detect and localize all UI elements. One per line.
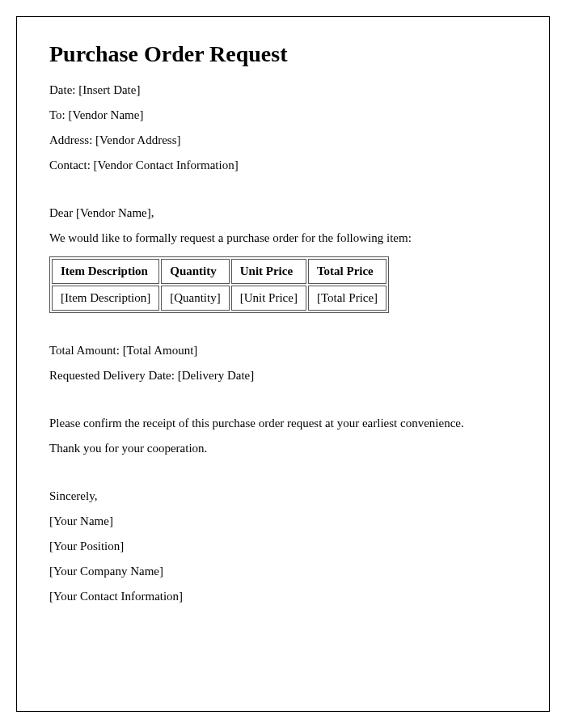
total-amount-label: Total Amount: (49, 344, 120, 357)
sincerely: Sincerely, (49, 489, 517, 503)
table-header-row: Item Description Quantity Unit Price Tot… (52, 259, 386, 284)
to-label: To: (49, 108, 65, 121)
contact-label: Contact: (49, 159, 91, 171)
document-title: Purchase Order Request (49, 41, 517, 67)
col-total: Total Price (308, 259, 386, 284)
col-qty: Quantity (161, 259, 229, 284)
contact-line: Contact: [Vendor Contact Information] (49, 159, 517, 172)
sig-name: [Your Name] (49, 514, 517, 528)
delivery-date-line: Requested Delivery Date: [Delivery Date] (49, 369, 517, 383)
sig-position: [Your Position] (49, 540, 517, 553)
table-row: [Item Description] [Quantity] [Unit Pric… (52, 286, 386, 311)
thanks-text: Thank you for your cooperation. (49, 442, 517, 455)
contact-value: [Vendor Contact Information] (94, 159, 239, 171)
intro-text: We would like to formally request a purc… (49, 231, 517, 245)
cell-total: [Total Price] (308, 286, 386, 311)
cell-unit: [Unit Price] (231, 286, 306, 311)
salutation: Dear [Vendor Name], (49, 206, 517, 220)
col-item: Item Description (52, 259, 159, 284)
date-line: Date: [Insert Date] (49, 83, 517, 97)
total-amount-line: Total Amount: [Total Amount] (49, 344, 517, 358)
sig-contact: [Your Contact Information] (49, 590, 517, 603)
cell-qty: [Quantity] (161, 286, 229, 311)
delivery-date-value: [Delivery Date] (178, 369, 255, 382)
date-value: [Insert Date] (78, 83, 140, 96)
total-amount-value: [Total Amount] (123, 344, 198, 357)
items-table: Item Description Quantity Unit Price Tot… (49, 256, 389, 313)
sig-company: [Your Company Name] (49, 565, 517, 578)
address-line: Address: [Vendor Address] (49, 133, 517, 147)
to-line: To: [Vendor Name] (49, 108, 517, 122)
address-label: Address: (49, 133, 92, 146)
date-label: Date: (49, 83, 75, 96)
document-page: Purchase Order Request Date: [Insert Dat… (16, 16, 550, 712)
col-unit: Unit Price (231, 259, 306, 284)
delivery-date-label: Requested Delivery Date: (49, 369, 175, 382)
to-value: [Vendor Name] (69, 108, 144, 121)
confirm-text: Please confirm the receipt of this purch… (49, 417, 517, 430)
cell-item: [Item Description] (52, 286, 159, 311)
address-value: [Vendor Address] (95, 133, 180, 146)
